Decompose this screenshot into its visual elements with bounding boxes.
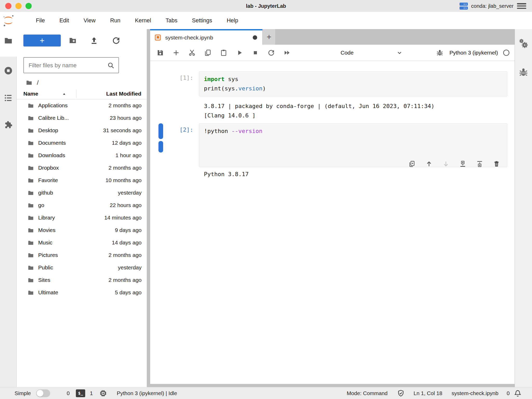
- file-modified: 23 hours ago: [110, 115, 142, 121]
- list-item[interactable]: Documents 12 days ago: [17, 137, 147, 149]
- list-item[interactable]: Calibre Lib... 23 hours ago: [17, 112, 147, 124]
- new-launcher-button[interactable]: +: [23, 35, 61, 46]
- upload-icon[interactable]: [90, 36, 98, 45]
- folder-icon: [27, 189, 34, 196]
- list-item[interactable]: Downloads 1 hour ago: [17, 149, 147, 162]
- menu-item[interactable]: File: [29, 17, 52, 24]
- output-collapser[interactable]: [158, 141, 163, 152]
- file-modified: 1 hour ago: [116, 152, 142, 158]
- list-item[interactable]: Ultimate 5 days ago: [17, 286, 147, 299]
- cell-2-editor[interactable]: !python --version: [199, 123, 507, 167]
- column-header-modified[interactable]: Last Modified: [106, 91, 141, 97]
- cell-type-dropdown[interactable]: Code: [341, 49, 403, 56]
- move-up-icon[interactable]: [425, 142, 433, 149]
- breadcrumb-root[interactable]: /: [37, 79, 39, 86]
- menu-item[interactable]: Help: [220, 17, 245, 24]
- file-browser-tab-icon[interactable]: [4, 36, 13, 45]
- list-item[interactable]: Public yesterday: [17, 261, 147, 274]
- list-item[interactable]: Desktop 31 seconds ago: [17, 124, 147, 137]
- run-all-icon[interactable]: [283, 49, 291, 57]
- file-list: Applications 2 months ago Calibre Lib...…: [17, 99, 147, 387]
- execution-count: [2]:: [163, 123, 199, 167]
- cell-toolbar: [408, 142, 500, 149]
- file-modified: 5 days ago: [115, 289, 142, 296]
- stop-icon[interactable]: [251, 49, 259, 57]
- property-inspector-gears-icon[interactable]: [518, 38, 529, 49]
- chevron-down-icon: [396, 49, 403, 56]
- menu-items: File Edit View Run Kernel Tabs Settings …: [29, 17, 245, 24]
- list-item[interactable]: Library 14 minutes ago: [17, 211, 147, 224]
- menu-item[interactable]: Settings: [185, 17, 220, 24]
- table-of-contents-tab-icon[interactable]: [4, 93, 13, 103]
- code-line: import sys: [204, 75, 502, 84]
- file-modified: 2 months ago: [109, 102, 142, 109]
- input-collapser[interactable]: [158, 123, 163, 139]
- refresh-icon[interactable]: [112, 36, 121, 45]
- folder-icon: [27, 202, 34, 209]
- file-modified: 2 months ago: [109, 252, 142, 258]
- copy-icon[interactable]: [204, 49, 212, 57]
- list-item[interactable]: Movies 9 days ago: [17, 224, 147, 236]
- folder-icon: [27, 115, 34, 122]
- add-cell-icon[interactable]: [172, 49, 180, 57]
- list-item[interactable]: go 22 hours ago: [17, 199, 147, 211]
- unsaved-changes-dot[interactable]: [253, 35, 257, 40]
- menu-item[interactable]: Kernel: [128, 17, 158, 24]
- tab-system-check[interactable]: system-check.ipynb: [150, 29, 262, 45]
- file-name: Music: [38, 240, 112, 246]
- bell-icon[interactable]: [514, 389, 522, 397]
- home-folder-icon[interactable]: [25, 79, 33, 86]
- new-tab-button[interactable]: +: [263, 29, 275, 45]
- file-name: Calibre Lib...: [38, 115, 110, 121]
- running-kernels-tab-icon[interactable]: [4, 66, 13, 75]
- list-item[interactable]: github yesterday: [17, 187, 147, 199]
- bug-icon[interactable]: [436, 49, 444, 57]
- list-item[interactable]: Dropbox 2 months ago: [17, 162, 147, 174]
- list-item[interactable]: Music 14 days ago: [17, 236, 147, 249]
- file-modified: 12 days ago: [112, 140, 142, 146]
- cell-type-value: Code: [341, 50, 354, 56]
- list-item[interactable]: Pictures 2 months ago: [17, 249, 147, 261]
- list-item[interactable]: Applications 2 months ago: [17, 99, 147, 112]
- menu-item[interactable]: Run: [103, 17, 128, 24]
- menu-icon[interactable]: [517, 3, 526, 9]
- debugger-bug-icon[interactable]: [518, 67, 529, 77]
- simple-mode-toggle[interactable]: [36, 389, 50, 397]
- restart-kernel-icon[interactable]: [267, 49, 275, 57]
- extension-manager-tab-icon[interactable]: [4, 120, 13, 130]
- search-icon: [107, 62, 115, 69]
- file-modified: 2 months ago: [109, 165, 142, 171]
- folder-icon: [27, 264, 34, 271]
- filter-files-input[interactable]: [28, 58, 104, 73]
- server-icon: [460, 2, 468, 10]
- menu-item[interactable]: Tabs: [158, 17, 185, 24]
- file-name: Dropbox: [38, 165, 109, 171]
- column-header-name[interactable]: Name: [23, 91, 38, 97]
- notifications-count: 0: [507, 390, 510, 396]
- window-titlebar: lab - JupyterLab conda: jlab_server: [0, 0, 532, 12]
- left-activity-bar: [0, 29, 17, 387]
- menu-item[interactable]: View: [76, 17, 103, 24]
- duplicate-cell-icon[interactable]: [408, 142, 416, 149]
- menu-item[interactable]: Edit: [52, 17, 76, 24]
- status-bar: Simple 0 $_ 1 Python 3 (ipykernel) | Idl…: [0, 387, 532, 399]
- list-item[interactable]: Favorite 10 months ago: [17, 174, 147, 187]
- execution-count: [1]:: [163, 71, 199, 96]
- move-down-icon[interactable]: [442, 142, 450, 149]
- list-item[interactable]: Sites 2 months ago: [17, 274, 147, 286]
- folder-icon: [27, 289, 34, 296]
- delete-cell-icon[interactable]: [493, 142, 500, 149]
- run-icon[interactable]: [236, 49, 243, 57]
- file-name: Sites: [38, 277, 109, 283]
- insert-below-icon[interactable]: [476, 142, 483, 149]
- cell-1-editor[interactable]: import sysprint(sys.version): [199, 71, 507, 96]
- new-folder-icon[interactable]: [68, 36, 77, 45]
- insert-above-icon[interactable]: [459, 142, 467, 149]
- folder-icon: [27, 177, 34, 184]
- kernel-name[interactable]: Python 3 (ipykernel): [449, 50, 498, 56]
- kernels-count: 1: [90, 390, 93, 396]
- save-icon[interactable]: [156, 49, 164, 57]
- cut-icon[interactable]: [188, 49, 196, 57]
- paste-icon[interactable]: [220, 49, 228, 57]
- file-name: github: [38, 190, 118, 196]
